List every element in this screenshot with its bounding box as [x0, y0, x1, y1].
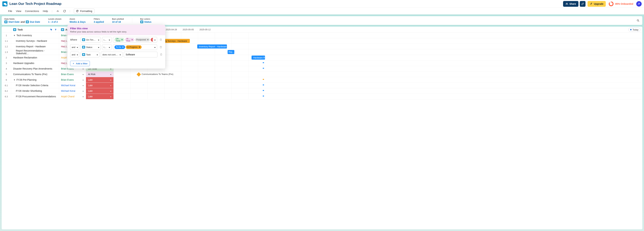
share-button[interactable]: Share	[563, 1, 578, 7]
chevron-down-icon[interactable]	[110, 73, 112, 76]
ctrl-zoom[interactable]: Zoom Weeks & Days	[70, 18, 86, 23]
upgrade-button[interactable]: Upgrade	[588, 1, 606, 7]
filter-field-select[interactable]: On-Time St…	[80, 37, 101, 43]
flag-icon[interactable]	[262, 90, 265, 92]
filter-op-select[interactable]: is…	[102, 37, 112, 43]
filter-subtitle: Refine your data across various fields t…	[70, 30, 162, 33]
ctrl-filters[interactable]: Filters 3 applied	[94, 18, 104, 23]
task-cell[interactable]: FY26 Vendor Selection Criteria	[11, 83, 59, 88]
table-row[interactable]: 6.1FY26 Vendor Selection CriteriaMichael…	[2, 83, 642, 88]
task-cell[interactable]: Hardware Upgrades	[11, 60, 59, 66]
gantt-bar[interactable]: Inventory Report - Hardware	[197, 44, 227, 48]
chip-remove-icon[interactable]: ✕	[147, 38, 149, 41]
filter-values[interactable]: To Do✕In Progress✕	[113, 44, 157, 50]
task-cell[interactable]: FY26 Vendor Shortlisting	[11, 88, 59, 94]
flag-icon[interactable]	[262, 95, 265, 98]
chevron-down-icon[interactable]	[110, 90, 112, 92]
chip-remove-icon[interactable]: ✕	[122, 46, 124, 48]
menu-connections[interactable]: Connections	[25, 9, 39, 12]
task-cell[interactable]: Disaster Recovery Plan Amendments	[11, 66, 59, 71]
filter-conjunction[interactable]: and	[70, 52, 79, 57]
ctrl-levels[interactable]: Levels shown 1 - 2 of 2	[48, 18, 62, 23]
filter-field-select[interactable]: Status	[80, 44, 101, 50]
task-cell[interactable]: ▾Tech Inventory	[11, 33, 59, 38]
expand-caret-icon[interactable]: ▾	[13, 78, 16, 81]
filter-chip[interactable]: Late	[151, 38, 153, 42]
task-cell[interactable]: Report Recommendations - Stakehold…	[11, 49, 59, 55]
task-cell[interactable]: Inventory Report - Hardware	[11, 44, 59, 49]
table-row[interactable]: 6▾FY26 Pre-PlanningBrian EvansLate	[2, 77, 642, 83]
table-row[interactable]: 6.3FY26 Procurement RecommendationsAnjal…	[2, 94, 642, 99]
assignee-cell[interactable]: Michael Kerai	[59, 88, 86, 94]
filter-chip[interactable]: At Risk✕	[125, 38, 134, 42]
tag-icon[interactable]	[50, 28, 52, 31]
filter-icon[interactable]	[54, 28, 57, 31]
chevron-down-icon[interactable]	[110, 84, 112, 87]
menu-view[interactable]: View	[16, 9, 21, 12]
filter-chip[interactable]: On Time✕	[114, 38, 124, 42]
link-button[interactable]	[580, 1, 586, 7]
doc-title[interactable]: Lean Our Tech Project Roadmap	[10, 2, 62, 6]
onboarding-meter[interactable]: 85% Onboarded	[609, 1, 633, 6]
chevron-down-icon[interactable]	[82, 73, 84, 76]
filter-chip[interactable]: In Progress✕	[126, 45, 142, 49]
filter-op-select[interactable]: does not contain…	[101, 52, 122, 57]
status-cell[interactable]: Late	[86, 94, 114, 99]
status-cell[interactable]: At Risk	[86, 72, 114, 77]
filter-conjunction[interactable]: and	[70, 44, 79, 50]
filter-op-select[interactable]: is…	[102, 44, 112, 50]
chip-remove-icon[interactable]: ✕	[131, 38, 133, 41]
chip-remove-icon[interactable]: ✕	[121, 38, 123, 41]
trash-icon[interactable]	[160, 38, 162, 41]
expand-caret-icon[interactable]: ▾	[13, 34, 16, 37]
avatar[interactable]: JT	[636, 1, 642, 6]
formatting-button[interactable]: Formatting	[74, 8, 94, 14]
flag-icon[interactable]	[262, 84, 265, 87]
flag-icon[interactable]	[262, 67, 265, 70]
gantt-bar[interactable]: Rep…	[228, 50, 234, 54]
col-task-header[interactable]: Task	[11, 27, 59, 32]
task-cell[interactable]: FY26 Procurement Recommendations	[11, 94, 59, 99]
assignee-cell[interactable]: Brian Evans	[59, 77, 86, 82]
search-icon[interactable]	[636, 19, 640, 22]
status-cell[interactable]: Late	[86, 88, 114, 94]
filter-chip[interactable]: To Do✕	[114, 45, 125, 49]
ctrl-bars-plotted[interactable]: Bars plotted 10 of 18	[112, 18, 124, 23]
chevron-down-icon[interactable]	[82, 90, 84, 92]
table-row[interactable]: 6.2FY26 Vendor ShortlistingMichael Kerai…	[2, 88, 642, 94]
filter-values[interactable]: On Time✕At Risk✕Postponed✕Late	[113, 37, 157, 43]
assignee-cell[interactable]: Anjali Chand	[59, 94, 86, 99]
task-cell[interactable]: Inventory Surveys - Hardware	[11, 38, 59, 44]
task-cell[interactable]: Communications To Teams (Pre)	[11, 72, 59, 77]
filter-text-input[interactable]	[124, 52, 158, 57]
trash-icon[interactable]	[160, 46, 162, 48]
menu-file[interactable]: File	[8, 9, 12, 12]
chevron-down-icon[interactable]	[82, 95, 84, 98]
status-cell[interactable]: Late	[86, 83, 114, 88]
flag-icon[interactable]	[262, 78, 265, 81]
add-filter-button[interactable]: ＋ Add a filter	[70, 61, 90, 66]
task-cell[interactable]: Hardware Reclamation	[11, 55, 59, 60]
task-cell[interactable]: ▾FY26 Pre-Planning	[11, 77, 59, 82]
filter-field-select[interactable]: Task	[80, 52, 100, 57]
trash-icon[interactable]	[160, 53, 162, 56]
ctrl-bar-colors[interactable]: Bar colors Status	[140, 18, 152, 23]
chevron-down-icon[interactable]	[110, 95, 112, 98]
comment-icon[interactable]	[63, 9, 66, 13]
flag-icon[interactable]	[262, 62, 265, 64]
chip-remove-icon[interactable]: ✕	[138, 46, 140, 48]
gantt-bar[interactable]: Hardware Rec…	[252, 55, 265, 60]
filter-chip[interactable]: Postponed✕	[135, 38, 150, 42]
table-row[interactable]: 5Communications To Teams (Pre)Brian Evan…	[2, 72, 642, 77]
brand-icon[interactable]	[2, 1, 8, 6]
assignee-cell[interactable]: Brian Evans	[59, 72, 86, 77]
status-cell[interactable]: Late	[86, 77, 114, 82]
chevron-down-icon[interactable]	[82, 78, 84, 81]
chevron-down-icon[interactable]	[82, 84, 84, 87]
today-button[interactable]: Today	[628, 28, 640, 32]
ctrl-date-fields[interactable]: Date fields Start Date and Due Date	[4, 18, 40, 23]
chevron-down-icon[interactable]	[110, 78, 112, 81]
menu-help[interactable]: Help	[43, 9, 48, 12]
cloud-icon[interactable]	[56, 9, 59, 13]
assignee-cell[interactable]: Michael Kerai	[59, 83, 86, 88]
